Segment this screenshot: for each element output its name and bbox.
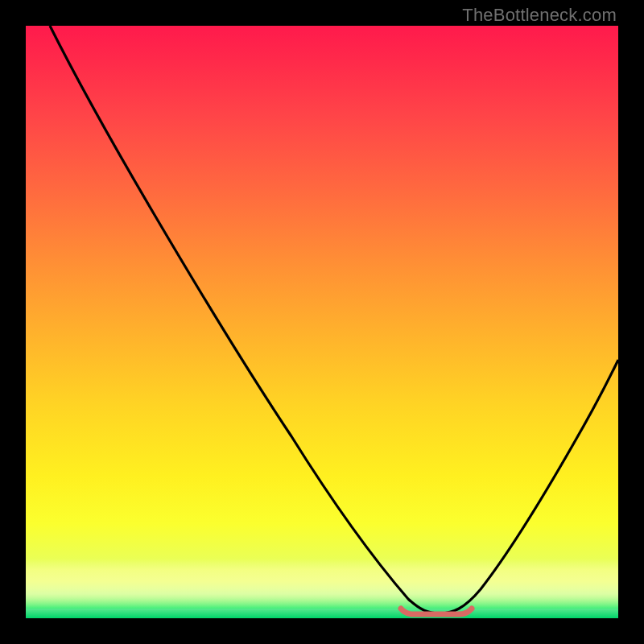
highlight-band — [26, 559, 618, 609]
chart-frame: TheBottleneck.com — [0, 0, 644, 644]
plot-area — [26, 26, 618, 618]
baseline-strip — [26, 609, 618, 618]
curve-path — [50, 26, 618, 613]
watermark-text: TheBottleneck.com — [462, 5, 617, 26]
valley-marker — [401, 609, 472, 614]
bottleneck-curve — [26, 26, 618, 618]
